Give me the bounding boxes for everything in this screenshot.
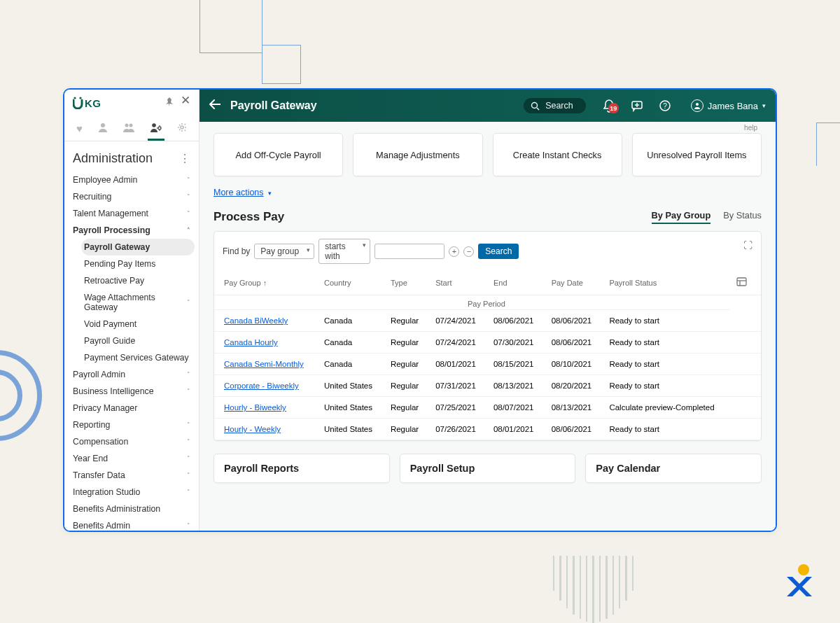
sidebar-item[interactable]: Benefits Admin˅ (64, 517, 199, 531)
svg-point-6 (130, 124, 133, 127)
paygroup-link[interactable]: Canada Hourly (224, 338, 278, 346)
svg-point-4 (101, 123, 105, 127)
find-by-label: Find by (223, 246, 250, 256)
sidebar-item[interactable]: Year End˅ (64, 450, 199, 467)
paygroup-link[interactable]: Hourly - Biweekly (224, 403, 286, 412)
sidebar-subitem[interactable]: Retroactive Pay (81, 272, 199, 289)
sidebar-item-label: Privacy Manager (73, 403, 137, 413)
sidebar-subitem[interactable]: Payroll Guide (81, 332, 199, 349)
search-button[interactable]: Search (478, 244, 519, 259)
paygroup-link[interactable]: Hourly - Weekly (224, 425, 281, 433)
nav-people-icon[interactable] (120, 118, 137, 141)
column-header[interactable]: Country (317, 271, 384, 295)
user-menu[interactable]: James Bana ▾ (691, 99, 766, 112)
action-card[interactable]: Unresolved Payroll Items (632, 133, 762, 176)
add-filter-icon[interactable]: + (449, 246, 459, 257)
sidebar-subitem[interactable]: Pending Pay Items (81, 255, 199, 272)
chevron-down-icon: ▾ (762, 102, 766, 109)
sidebar-item-label: Recruiting (73, 192, 111, 202)
more-actions-link[interactable]: More actions (214, 188, 264, 197)
sidebar-item[interactable]: Employee Admin˅ (64, 172, 199, 188)
sidebar-item[interactable]: Compensation˅ (64, 433, 199, 450)
sidebar-item[interactable]: Business Intelligence˅ (64, 383, 199, 400)
table-cell: Canada (317, 332, 384, 354)
table-cell: Calculate preview-Completed (602, 397, 729, 419)
nav-settings-icon[interactable] (174, 118, 190, 141)
sidebar-item[interactable]: Reporting˅ (64, 416, 199, 433)
table-cell (729, 354, 761, 375)
ukg-logo: KG (73, 95, 102, 110)
column-header[interactable]: Type (384, 271, 428, 295)
nav-favorites-icon[interactable]: ♥ (74, 118, 85, 141)
column-header[interactable]: End (486, 271, 545, 295)
sidebar-subitem[interactable]: Payment Services Gateway (81, 349, 199, 366)
topbar: Payroll Gateway Search 19 ? James Bana ▾ (200, 90, 776, 122)
help-link[interactable]: help (200, 122, 776, 132)
back-icon[interactable] (209, 99, 220, 112)
pin-icon[interactable] (165, 97, 174, 108)
find-by-op-select[interactable]: starts with (318, 239, 370, 264)
notifications-icon[interactable]: 19 (603, 99, 615, 113)
svg-point-1 (74, 97, 76, 99)
table-cell: 08/06/2021 (486, 310, 545, 332)
main-area: Payroll Gateway Search 19 ? James Bana ▾ (200, 90, 776, 531)
table-cell: 08/06/2021 (545, 332, 603, 354)
expand-icon[interactable]: ⛶ (743, 240, 752, 251)
table-cell: 07/31/2021 (428, 375, 486, 397)
action-card[interactable]: Add Off-Cycle Payroll (214, 133, 343, 176)
table-cell: Canada (317, 310, 384, 332)
column-header[interactable]: Pay Date (545, 271, 603, 295)
sidebar-item[interactable]: Recruiting˅ (64, 188, 199, 205)
global-search[interactable]: Search (524, 98, 586, 113)
sidebar-subitem[interactable]: Void Payment (81, 316, 199, 332)
paygroup-link[interactable]: Canada Semi-Monthly (224, 360, 304, 368)
table-cell: Canada Semi-Monthly (214, 354, 317, 375)
feedback-icon[interactable] (631, 99, 643, 112)
tab-by-pay-group[interactable]: By Pay Group (652, 210, 711, 224)
sidebar-item[interactable]: Integration Studio˅ (64, 484, 199, 500)
svg-point-5 (125, 124, 129, 127)
sidebar-item-label: Payroll Processing (73, 225, 150, 235)
find-by-value-input[interactable] (374, 244, 444, 259)
remove-filter-icon[interactable]: − (463, 246, 474, 257)
columns-icon[interactable] (736, 276, 747, 289)
action-card[interactable]: Create Instant Checks (493, 133, 622, 176)
sidebar-item-label: Business Intelligence (73, 386, 154, 396)
nav-admin-icon[interactable] (148, 118, 164, 141)
sidebar-item[interactable]: Privacy Manager (64, 400, 199, 416)
bottom-card[interactable]: Payroll Reports (214, 454, 390, 483)
chevron-icon: ˅ (187, 176, 190, 183)
bottom-card[interactable]: Pay Calendar (585, 454, 762, 483)
kebab-menu-icon[interactable]: ⋮ (179, 152, 190, 165)
chevron-down-icon: ▾ (268, 190, 272, 197)
sidebar-item[interactable]: Benefits Administration (64, 500, 199, 517)
sidebar-item[interactable]: Payroll Processing˄ (64, 222, 199, 239)
sidebar-subitem[interactable]: Payroll Gateway (81, 239, 195, 255)
column-header[interactable]: Start (428, 271, 486, 295)
sidebar-item-label: Compensation (73, 437, 128, 447)
close-icon[interactable]: ✕ (181, 97, 190, 108)
column-header[interactable]: Payroll Status (602, 271, 729, 295)
tab-by-status[interactable]: By Status (723, 210, 762, 224)
paygroup-link[interactable]: Canada BiWeekly (224, 316, 288, 325)
chevron-icon: ˅ (187, 522, 190, 529)
sidebar-subitem[interactable]: Wage Attachments Gateway˅ (81, 289, 199, 316)
sidebar-item-label: Reporting (73, 420, 110, 430)
sidebar-item[interactable]: Payroll Admin˅ (64, 366, 199, 383)
sidebar-item-label: Payroll Guide (84, 336, 135, 346)
find-by-field-select[interactable]: Pay group (254, 244, 314, 259)
action-card[interactable]: Manage Adjustments (353, 133, 482, 176)
column-header[interactable]: Pay Group ↑ (214, 271, 317, 295)
bottom-card[interactable]: Payroll Setup (400, 454, 576, 483)
sidebar-item-label: Pending Pay Items (84, 259, 155, 269)
table-cell: Hourly - Biweekly (214, 397, 317, 419)
notif-badge: 19 (608, 103, 619, 113)
table-cell: 08/15/2021 (486, 354, 545, 375)
help-icon[interactable]: ? (659, 99, 671, 112)
table-cell: Ready to start (602, 419, 729, 440)
paygroup-link[interactable]: Corporate - Biweekly (224, 382, 299, 390)
sidebar-item[interactable]: Talent Management˅ (64, 205, 199, 222)
table-cell: Ready to start (602, 310, 729, 332)
sidebar-item[interactable]: Transfer Data˅ (64, 467, 199, 484)
nav-person-icon[interactable] (95, 118, 111, 141)
